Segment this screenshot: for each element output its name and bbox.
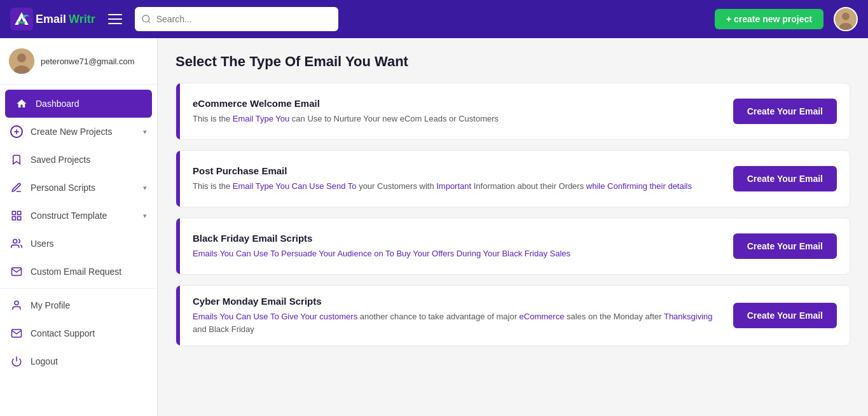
sidebar-item-logout[interactable]: Logout [0,347,157,375]
logo-email: Email [36,13,66,26]
sidebar-item-contact-support-label: Contact Support [31,328,147,338]
sidebar-item-saved-projects[interactable]: Saved Projects [0,146,157,174]
email-card-cyber-monday: Cyber Monday Email Scripts Emails You Ca… [176,285,850,346]
card-title: Cyber Monday Email Scripts [193,296,720,307]
sidebar-item-saved-projects-label: Saved Projects [31,155,147,165]
card-title: Post Purchase Email [193,165,720,176]
search-icon [141,14,151,24]
card-description: Emails You Can Use To Persuade Your Audi… [193,247,720,260]
svg-point-3 [142,15,149,22]
sidebar-item-users[interactable]: Users [0,230,157,258]
card-body: Cyber Monday Email Scripts Emails You Ca… [180,286,733,345]
svg-rect-14 [12,217,15,220]
sidebar-item-create-new-projects-label: Create New Projects [31,127,135,137]
svg-line-4 [148,21,150,23]
svg-point-16 [15,301,18,305]
sidebar-nav: Dashboard + Create New Projects ▾ Saved … [0,85,157,416]
content-area: Select The Type Of Email You Want eComme… [158,38,868,416]
svg-point-9 [17,53,26,62]
card-title: eCommerce Welcome Email [193,98,720,109]
create-email-button-post-purchase[interactable]: Create Your Email [733,166,837,191]
users-icon [10,237,23,250]
card-description: This is the Email Type You Can Use Send … [193,180,720,193]
card-body: Black Friday Email Scripts Emails You Ca… [180,223,733,270]
svg-point-6 [842,13,850,20]
sidebar-user: peteronwe71@gmail.com [0,38,157,85]
create-email-button-ecommerce[interactable]: Create Your Email [733,99,837,124]
chevron-down-icon: ▾ [143,128,147,136]
plus-circle-shape: + [10,125,23,138]
sidebar-item-logout-label: Logout [31,356,147,366]
create-project-button[interactable]: + create new project [715,9,823,29]
email-card-post-purchase: Post Purchase Email This is the Email Ty… [176,150,850,207]
envelope-small-icon [10,327,23,340]
svg-rect-0 [10,8,33,31]
bookmark-icon [10,153,23,166]
svg-rect-13 [18,217,21,220]
chevron-down-icon-2: ▾ [143,184,147,192]
sidebar: peteronwe71@gmail.com Dashboard + Create… [0,38,158,416]
sidebar-item-my-profile[interactable]: My Profile [0,291,157,319]
sidebar-item-construct-template-label: Construct Template [31,211,135,221]
sidebar-item-dashboard-label: Dashboard [36,99,142,109]
search-input[interactable] [156,14,332,24]
envelope-icon [10,265,23,278]
sidebar-item-construct-template[interactable]: Construct Template ▾ [0,202,157,230]
email-card-black-friday: Black Friday Email Scripts Emails You Ca… [176,218,850,275]
highlight-text: Emails You Can Use To Persuade Your Audi… [193,249,570,258]
sidebar-item-custom-email-request-label: Custom Email Request [31,267,147,277]
home-icon [15,97,28,110]
card-body: eCommerce Welcome Email This is the Emai… [180,88,733,135]
card-title: Black Friday Email Scripts [193,233,720,244]
top-navigation: EmailWritr + create new project [0,0,868,38]
create-project-label: + create new project [726,14,812,24]
grid-icon [10,209,23,222]
svg-point-15 [13,239,17,243]
sidebar-item-users-label: Users [31,239,147,249]
sidebar-item-dashboard[interactable]: Dashboard [5,90,152,118]
sidebar-item-custom-email-request[interactable]: Custom Email Request [0,258,157,286]
person-icon [10,299,23,312]
sidebar-item-personal-scripts[interactable]: Personal Scripts ▾ [0,174,157,202]
chevron-down-icon-3: ▾ [143,212,147,220]
pen-icon [10,181,23,194]
highlight-text: Email Type You Can Use Send To [233,181,357,191]
user-avatar[interactable] [834,7,858,31]
card-description: Emails You Can Use To Give Your customer… [193,310,720,335]
hamburger-button[interactable] [106,11,125,27]
card-description: This is the Email Type You can Use to Nu… [193,113,720,125]
sidebar-item-my-profile-label: My Profile [31,300,147,310]
sidebar-item-contact-support[interactable]: Contact Support [0,319,157,347]
highlight-text-2: Important [436,181,471,191]
sidebar-item-create-new-projects[interactable]: + Create New Projects ▾ [0,118,157,146]
sidebar-user-email: peteronwe71@gmail.com [41,57,135,66]
power-icon [10,355,23,368]
highlight-text-3: while Confirming their details [586,181,692,191]
card-body: Post Purchase Email This is the Email Ty… [180,155,733,203]
page-title: Select The Type Of Email You Want [176,53,850,70]
create-email-button-black-friday[interactable]: Create Your Email [733,233,837,259]
logo-writr: Writr [69,13,95,26]
sidebar-item-personal-scripts-label: Personal Scripts [31,183,135,193]
highlight-text: Emails You Can Use To Give Your customer… [193,312,357,321]
email-card-ecommerce-welcome: eCommerce Welcome Email This is the Emai… [176,83,850,140]
svg-rect-11 [12,211,15,214]
sidebar-avatar [9,48,34,74]
main-layout: peteronwe71@gmail.com Dashboard + Create… [0,38,868,416]
svg-rect-12 [18,211,21,214]
search-bar [135,7,338,31]
sidebar-divider [0,288,157,289]
create-email-button-cyber-monday[interactable]: Create Your Email [733,303,837,328]
highlight-text-2: eCommerce [520,312,565,321]
svg-marker-2 [18,22,26,24]
highlight-text-3: Thanksgiving [664,312,713,321]
plus-circle-icon: + [10,125,23,138]
logo[interactable]: EmailWritr [10,8,95,31]
highlight-text: Email Type You [233,114,289,123]
